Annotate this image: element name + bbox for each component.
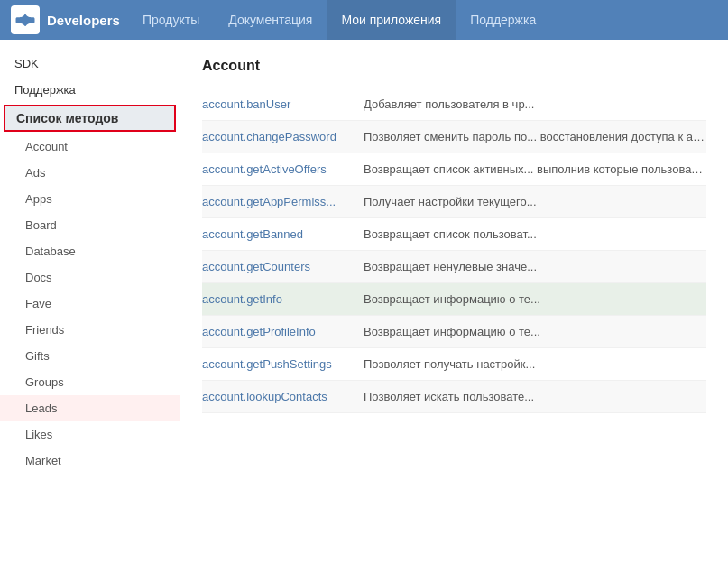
sidebar-item-database[interactable]: Database [0, 238, 180, 264]
developer-label: Developers [47, 13, 120, 28]
table-row: account.getProfileInfoВозвращает информа… [202, 316, 706, 348]
nav-link-products[interactable]: Продукты [128, 0, 214, 40]
method-name-cell[interactable]: account.lookupContacts [202, 381, 364, 413]
sidebar-item-account[interactable]: Account [0, 134, 180, 160]
sidebar-item-groups[interactable]: Groups [0, 369, 180, 395]
top-navigation: Developers Продукты Документация Мои при… [0, 0, 728, 40]
sidebar-item-likes[interactable]: Likes [0, 421, 180, 448]
sidebar: SDK Поддержка Список методов Account Ads… [0, 40, 180, 564]
method-name-cell[interactable]: account.getPushSettings [202, 348, 364, 381]
table-row: account.lookupContactsПозволяет искать п… [202, 381, 706, 413]
method-desc-cell: Позволяет получать настройк... [364, 348, 706, 381]
method-table: account.banUserДобавляет пользователя в … [202, 88, 706, 413]
method-desc-cell: Возвращает ненулевые значе... [364, 251, 706, 283]
method-name-cell[interactable]: account.getBanned [202, 218, 364, 251]
section-title: Account [202, 58, 706, 74]
page-layout: SDK Поддержка Список методов Account Ads… [0, 40, 728, 564]
method-desc-cell: Возвращает список пользоват... [364, 218, 706, 251]
sidebar-item-docs[interactable]: Docs [0, 264, 180, 291]
table-row: account.getCountersВозвращает ненулевые … [202, 251, 706, 283]
nav-links: Продукты Документация Мои приложения Под… [128, 0, 728, 40]
sidebar-item-support[interactable]: Поддержка [0, 77, 180, 103]
method-desc-cell: Позволяет сменить пароль по... восстанов… [364, 121, 706, 153]
table-row: account.getAppPermiss...Получает настрой… [202, 186, 706, 218]
sidebar-item-methods[interactable]: Список методов [4, 105, 176, 132]
sidebar-item-board[interactable]: Board [0, 212, 180, 238]
sidebar-item-apps[interactable]: Apps [0, 186, 180, 212]
table-row: account.changePasswordПозволяет сменить … [202, 121, 706, 153]
method-desc-cell: Возвращает информацию о те... [364, 283, 706, 316]
vk-icon [11, 5, 40, 34]
table-row: account.getPushSettingsПозволяет получат… [202, 348, 706, 381]
method-name-cell[interactable]: account.getInfo [202, 283, 364, 316]
table-row: account.getInfoВозвращает информацию о т… [202, 283, 706, 316]
method-name-cell[interactable]: account.banUser [202, 88, 364, 121]
table-row: account.getActiveOffersВозвращает список… [202, 153, 706, 186]
table-row: account.getBannedВозвращает список польз… [202, 218, 706, 251]
sidebar-item-fave[interactable]: Fave [0, 291, 180, 317]
main-content: Account account.banUserДобавляет пользов… [180, 40, 728, 564]
method-name-cell[interactable]: account.getProfileInfo [202, 316, 364, 348]
logo-area: Developers [11, 5, 128, 34]
method-name-cell[interactable]: account.getAppPermiss... [202, 186, 364, 218]
method-name-cell[interactable]: account.changePassword [202, 121, 364, 153]
method-desc-cell: Возвращает список активных... выполнив к… [364, 153, 706, 186]
sidebar-item-leads[interactable]: Leads [0, 395, 180, 421]
method-name-cell[interactable]: account.getCounters [202, 251, 364, 283]
method-name-cell[interactable]: account.getActiveOffers [202, 153, 364, 186]
method-desc-cell: Возвращает информацию о те... [364, 316, 706, 348]
sidebar-item-gifts[interactable]: Gifts [0, 343, 180, 369]
nav-link-apps[interactable]: Мои приложения [327, 0, 456, 40]
sidebar-item-sdk[interactable]: SDK [0, 51, 180, 77]
sidebar-item-ads[interactable]: Ads [0, 160, 180, 186]
method-desc-cell: Получает настройки текущего... [364, 186, 706, 218]
method-desc-cell: Добавляет пользователя в чр... [364, 88, 706, 121]
method-desc-cell: Позволяет искать пользовате... [364, 381, 706, 413]
sidebar-item-market[interactable]: Market [0, 448, 180, 474]
sidebar-item-friends[interactable]: Friends [0, 317, 180, 343]
nav-link-support[interactable]: Поддержка [456, 0, 550, 40]
nav-link-docs[interactable]: Документация [214, 0, 327, 40]
table-row: account.banUserДобавляет пользователя в … [202, 88, 706, 121]
